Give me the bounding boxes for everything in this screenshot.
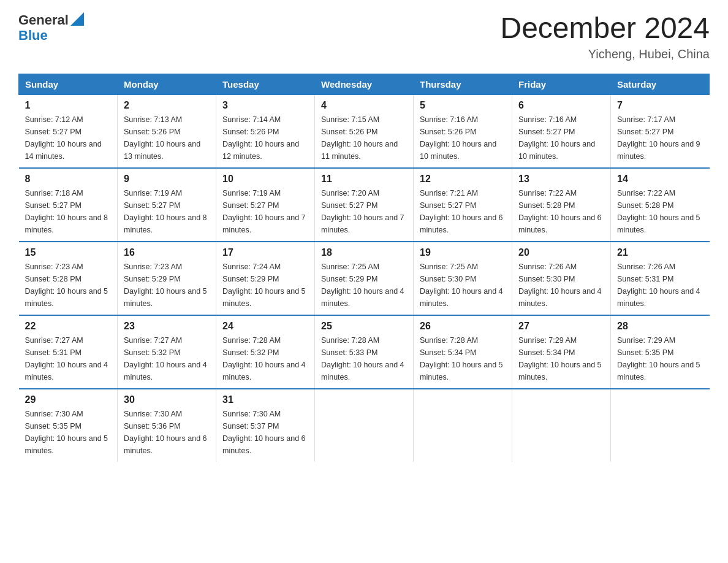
- table-row: 17 Sunrise: 7:24 AM Sunset: 5:29 PM Dayl…: [216, 242, 315, 315]
- day-number: 3: [222, 100, 308, 111]
- day-number: 26: [420, 321, 506, 332]
- table-row: 6 Sunrise: 7:16 AM Sunset: 5:27 PM Dayli…: [512, 94, 611, 168]
- day-info: Sunrise: 7:30 AM Sunset: 5:35 PM Dayligh…: [25, 408, 112, 457]
- day-info: Sunrise: 7:14 AM Sunset: 5:26 PM Dayligh…: [222, 113, 308, 163]
- day-info: Sunrise: 7:23 AM Sunset: 5:29 PM Dayligh…: [124, 261, 210, 310]
- table-row: 28 Sunrise: 7:29 AM Sunset: 5:35 PM Dayl…: [611, 315, 710, 389]
- table-row: 22 Sunrise: 7:27 AM Sunset: 5:31 PM Dayl…: [19, 315, 118, 389]
- day-number: 25: [321, 321, 407, 332]
- day-info: Sunrise: 7:27 AM Sunset: 5:32 PM Dayligh…: [124, 334, 210, 383]
- location-text: Yicheng, Hubei, China: [500, 47, 710, 61]
- day-number: 4: [321, 100, 407, 111]
- day-info: Sunrise: 7:26 AM Sunset: 5:31 PM Dayligh…: [617, 261, 703, 310]
- table-row: [414, 389, 512, 462]
- day-info: Sunrise: 7:23 AM Sunset: 5:28 PM Dayligh…: [25, 261, 112, 310]
- table-row: 27 Sunrise: 7:29 AM Sunset: 5:34 PM Dayl…: [512, 315, 611, 389]
- calendar-week-row: 8 Sunrise: 7:18 AM Sunset: 5:27 PM Dayli…: [19, 168, 710, 242]
- day-number: 24: [222, 321, 308, 332]
- day-number: 2: [124, 100, 210, 111]
- table-row: 18 Sunrise: 7:25 AM Sunset: 5:29 PM Dayl…: [315, 242, 414, 315]
- day-info: Sunrise: 7:29 AM Sunset: 5:35 PM Dayligh…: [617, 334, 703, 383]
- day-info: Sunrise: 7:24 AM Sunset: 5:29 PM Dayligh…: [222, 261, 308, 310]
- table-row: 9 Sunrise: 7:19 AM Sunset: 5:27 PM Dayli…: [118, 168, 216, 242]
- day-info: Sunrise: 7:17 AM Sunset: 5:27 PM Dayligh…: [617, 113, 703, 163]
- day-number: 19: [420, 247, 506, 258]
- day-info: Sunrise: 7:27 AM Sunset: 5:31 PM Dayligh…: [25, 334, 112, 383]
- col-monday: Monday: [118, 74, 216, 94]
- day-number: 16: [124, 247, 210, 258]
- day-info: Sunrise: 7:19 AM Sunset: 5:27 PM Dayligh…: [124, 187, 210, 236]
- table-row: 15 Sunrise: 7:23 AM Sunset: 5:28 PM Dayl…: [19, 242, 118, 315]
- table-row: 7 Sunrise: 7:17 AM Sunset: 5:27 PM Dayli…: [611, 94, 710, 168]
- table-row: 26 Sunrise: 7:28 AM Sunset: 5:34 PM Dayl…: [414, 315, 512, 389]
- day-number: 20: [518, 247, 604, 258]
- day-number: 21: [617, 247, 703, 258]
- day-info: Sunrise: 7:12 AM Sunset: 5:27 PM Dayligh…: [25, 113, 112, 163]
- table-row: 29 Sunrise: 7:30 AM Sunset: 5:35 PM Dayl…: [19, 389, 118, 462]
- day-number: 18: [321, 247, 407, 258]
- day-info: Sunrise: 7:21 AM Sunset: 5:27 PM Dayligh…: [420, 187, 506, 236]
- logo-blue-text: Blue: [18, 28, 84, 43]
- table-row: 21 Sunrise: 7:26 AM Sunset: 5:31 PM Dayl…: [611, 242, 710, 315]
- col-wednesday: Wednesday: [315, 74, 414, 94]
- day-info: Sunrise: 7:30 AM Sunset: 5:36 PM Dayligh…: [124, 408, 210, 457]
- day-info: Sunrise: 7:19 AM Sunset: 5:27 PM Dayligh…: [222, 187, 308, 236]
- logo: General Blue: [18, 12, 84, 43]
- day-info: Sunrise: 7:29 AM Sunset: 5:34 PM Dayligh…: [518, 334, 604, 383]
- table-row: [611, 389, 710, 462]
- table-row: 10 Sunrise: 7:19 AM Sunset: 5:27 PM Dayl…: [216, 168, 315, 242]
- day-number: 29: [25, 394, 112, 405]
- day-info: Sunrise: 7:26 AM Sunset: 5:30 PM Dayligh…: [518, 261, 604, 310]
- calendar-week-row: 22 Sunrise: 7:27 AM Sunset: 5:31 PM Dayl…: [19, 315, 710, 389]
- logo-triangle-icon: [70, 12, 84, 26]
- day-info: Sunrise: 7:16 AM Sunset: 5:27 PM Dayligh…: [518, 113, 604, 163]
- table-row: [512, 389, 611, 462]
- table-row: 20 Sunrise: 7:26 AM Sunset: 5:30 PM Dayl…: [512, 242, 611, 315]
- month-title: December 2024: [500, 12, 710, 45]
- day-number: 22: [25, 321, 112, 332]
- calendar-week-row: 29 Sunrise: 7:30 AM Sunset: 5:35 PM Dayl…: [19, 389, 710, 462]
- day-number: 23: [124, 321, 210, 332]
- day-number: 1: [25, 100, 112, 111]
- day-number: 10: [222, 174, 308, 185]
- day-info: Sunrise: 7:16 AM Sunset: 5:26 PM Dayligh…: [420, 113, 506, 163]
- logo-general-text: General: [18, 13, 69, 28]
- day-info: Sunrise: 7:25 AM Sunset: 5:30 PM Dayligh…: [420, 261, 506, 310]
- day-number: 8: [25, 174, 112, 185]
- day-info: Sunrise: 7:13 AM Sunset: 5:26 PM Dayligh…: [124, 113, 210, 163]
- calendar-week-row: 1 Sunrise: 7:12 AM Sunset: 5:27 PM Dayli…: [19, 94, 710, 168]
- table-row: 4 Sunrise: 7:15 AM Sunset: 5:26 PM Dayli…: [315, 94, 414, 168]
- day-info: Sunrise: 7:20 AM Sunset: 5:27 PM Dayligh…: [321, 187, 407, 236]
- day-number: 14: [617, 174, 703, 185]
- table-row: 14 Sunrise: 7:22 AM Sunset: 5:28 PM Dayl…: [611, 168, 710, 242]
- day-number: 30: [124, 394, 210, 405]
- table-row: 13 Sunrise: 7:22 AM Sunset: 5:28 PM Dayl…: [512, 168, 611, 242]
- table-row: 3 Sunrise: 7:14 AM Sunset: 5:26 PM Dayli…: [216, 94, 315, 168]
- table-row: 25 Sunrise: 7:28 AM Sunset: 5:33 PM Dayl…: [315, 315, 414, 389]
- day-number: 6: [518, 100, 604, 111]
- col-friday: Friday: [512, 74, 611, 94]
- svg-marker-0: [70, 12, 84, 26]
- day-info: Sunrise: 7:28 AM Sunset: 5:32 PM Dayligh…: [222, 334, 308, 383]
- day-info: Sunrise: 7:25 AM Sunset: 5:29 PM Dayligh…: [321, 261, 407, 310]
- day-number: 9: [124, 174, 210, 185]
- day-number: 17: [222, 247, 308, 258]
- table-row: 16 Sunrise: 7:23 AM Sunset: 5:29 PM Dayl…: [118, 242, 216, 315]
- table-row: 24 Sunrise: 7:28 AM Sunset: 5:32 PM Dayl…: [216, 315, 315, 389]
- table-row: 19 Sunrise: 7:25 AM Sunset: 5:30 PM Dayl…: [414, 242, 512, 315]
- calendar-header-row: Sunday Monday Tuesday Wednesday Thursday…: [19, 74, 710, 94]
- day-info: Sunrise: 7:22 AM Sunset: 5:28 PM Dayligh…: [617, 187, 703, 236]
- title-section: December 2024 Yicheng, Hubei, China: [500, 12, 710, 61]
- day-info: Sunrise: 7:18 AM Sunset: 5:27 PM Dayligh…: [25, 187, 112, 236]
- day-number: 12: [420, 174, 506, 185]
- table-row: [315, 389, 414, 462]
- day-number: 15: [25, 247, 112, 258]
- page-header: General Blue December 2024 Yicheng, Hube…: [18, 12, 710, 61]
- table-row: 11 Sunrise: 7:20 AM Sunset: 5:27 PM Dayl…: [315, 168, 414, 242]
- table-row: 2 Sunrise: 7:13 AM Sunset: 5:26 PM Dayli…: [118, 94, 216, 168]
- table-row: 12 Sunrise: 7:21 AM Sunset: 5:27 PM Dayl…: [414, 168, 512, 242]
- col-tuesday: Tuesday: [216, 74, 315, 94]
- calendar-week-row: 15 Sunrise: 7:23 AM Sunset: 5:28 PM Dayl…: [19, 242, 710, 315]
- day-number: 27: [518, 321, 604, 332]
- day-info: Sunrise: 7:28 AM Sunset: 5:33 PM Dayligh…: [321, 334, 407, 383]
